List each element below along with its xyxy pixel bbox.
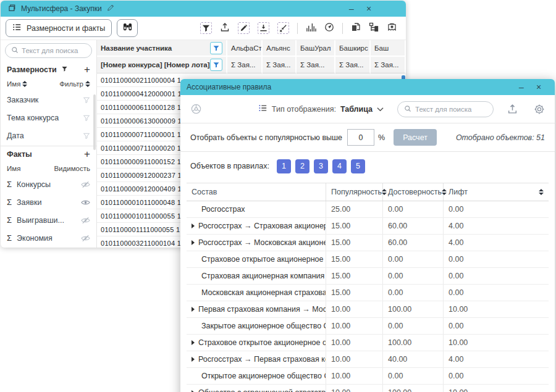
rule-composition-cell[interactable]: Росгосстрах → Страховая акционерная ко..… <box>187 218 326 234</box>
display-type-select[interactable]: Тип отображения: Таблица <box>258 104 384 114</box>
main-titlebar[interactable]: Мультисфера - Закупки – × <box>1 1 406 17</box>
column-header-cell[interactable]: АльфаСтр <box>227 40 263 57</box>
sort-lift-control[interactable] <box>539 189 544 195</box>
upload-icon[interactable] <box>507 104 518 114</box>
rule-row[interactable]: Закрытое акционерное общество Страхов...… <box>187 318 549 335</box>
rule-composition-cell[interactable]: Первая страховая компания → Московска... <box>187 301 326 317</box>
dialog-minimize-button[interactable]: – <box>515 81 528 93</box>
column-subheader-cell[interactable]: Σ Зая... <box>227 57 263 73</box>
expand-triangle-icon[interactable] <box>192 357 195 362</box>
rule-composition-cell[interactable]: Страховое открытое акционерное общест... <box>187 251 326 267</box>
rule-composition-cell[interactable]: Страховая акционерная компания ЭНЕРГ... <box>187 268 326 284</box>
rule-composition-cell[interactable]: Росгосстрах → Первая страховая компания <box>187 351 326 367</box>
dimensions-facts-button[interactable]: Размерности и факты <box>6 19 112 37</box>
objects-count-button-3[interactable]: 3 <box>314 159 328 173</box>
rule-row[interactable]: Московская акционерная страховая комп...… <box>187 285 549 301</box>
visibility-eye-off-icon[interactable] <box>81 217 90 224</box>
column-header-cell[interactable]: БашУрал <box>297 40 335 57</box>
column-header-cell[interactable]: Башкирс <box>335 40 371 57</box>
wheel-icon[interactable] <box>190 103 202 115</box>
rule-row[interactable]: Страховое открытое акционерное общест...… <box>187 251 549 268</box>
sidebar-search-input[interactable] <box>22 47 86 54</box>
minimize-button[interactable]: – <box>345 2 358 15</box>
rule-row[interactable]: Росгосстрах → Московская акционерная с..… <box>187 235 549 251</box>
close-button[interactable]: × <box>363 2 375 15</box>
gear-icon[interactable] <box>534 104 545 115</box>
rule-row[interactable]: Росгосстрах → Страховая акционерная ко..… <box>187 218 549 235</box>
dimension-item[interactable]: Тема конкурса <box>1 109 96 127</box>
edit-selection-icon[interactable] <box>238 22 250 34</box>
rule-row[interactable]: Открытое акционерное общество Страхов...… <box>187 368 549 385</box>
rule-composition-cell[interactable]: Страховое открытое акционерное общест... <box>187 335 326 351</box>
column-subheader-cell[interactable]: Σ Зая... <box>263 57 297 73</box>
item-filter-icon[interactable] <box>83 96 90 104</box>
rule-row[interactable]: Росгосстрах → Первая страховая компания1… <box>187 351 549 368</box>
column-header-cell[interactable]: Баш <box>371 40 406 57</box>
rule-row[interactable]: Страховое открытое акционерное общест...… <box>187 335 549 351</box>
dialog-titlebar[interactable]: Ассоциативные правила – × <box>180 79 555 95</box>
load-selection-icon[interactable] <box>258 22 269 34</box>
participant-header-cell[interactable]: Название участника <box>97 40 227 57</box>
header-popularity[interactable]: Популярность <box>326 183 383 201</box>
dialog-close-button[interactable]: × <box>533 81 545 93</box>
expand-triangle-icon[interactable] <box>192 240 195 245</box>
rule-row[interactable]: Страховая акционерная компания ЭНЕРГ...1… <box>187 268 549 285</box>
sidebar-search[interactable] <box>5 43 92 58</box>
dimension-item[interactable]: Заказчик <box>1 91 96 109</box>
binoculars-button[interactable] <box>117 19 138 37</box>
rule-row[interactable]: Первая страховая компания → Московска...… <box>187 301 549 318</box>
item-filter-icon[interactable] <box>83 114 90 122</box>
gauge-icon[interactable] <box>324 22 334 35</box>
fact-item[interactable]: ΣЭкономия <box>1 229 96 247</box>
rule-composition-cell[interactable]: Росгосстрах → Московская акционерная с..… <box>187 235 326 251</box>
filter-icon[interactable] <box>200 22 212 34</box>
contest-filter-button[interactable] <box>210 59 222 71</box>
sort-name-control[interactable] <box>22 81 27 87</box>
rule-composition-cell[interactable]: Закрытое акционерное общество Страхов... <box>187 318 326 334</box>
sidebar-scrollbar[interactable] <box>93 94 96 150</box>
sort-filter-control[interactable] <box>85 81 90 87</box>
column-subheader-cell[interactable]: Σ Зая... <box>371 57 406 73</box>
fact-item[interactable]: ΣКонкурсы <box>1 175 96 193</box>
dimensions-filter-icon[interactable] <box>61 65 68 74</box>
header-lift[interactable]: Лифт <box>444 183 549 201</box>
export-icon[interactable] <box>220 22 230 35</box>
item-filter-icon[interactable] <box>83 132 90 140</box>
dialog-search-input[interactable] <box>415 106 487 113</box>
fact-item[interactable]: ΣВыигравши... <box>1 211 96 229</box>
column-header-cell[interactable]: Альянс <box>263 40 297 57</box>
copy-icon[interactable] <box>351 22 361 35</box>
header-composition[interactable]: Состав <box>187 183 326 201</box>
expand-triangle-icon[interactable] <box>192 307 195 312</box>
add-dimension-button[interactable]: + <box>84 64 90 76</box>
column-subheader-cell[interactable]: Σ Зая... <box>297 57 335 73</box>
visibility-eye-off-icon[interactable] <box>81 235 90 242</box>
visibility-eye-off-icon[interactable] <box>81 181 90 188</box>
rule-composition-cell[interactable]: Московская акционерная страховая комп... <box>187 285 326 301</box>
objects-count-button-1[interactable]: 1 <box>277 159 291 173</box>
popularity-threshold-input[interactable] <box>347 129 374 146</box>
header-confidence[interactable]: Достоверность <box>383 183 444 201</box>
rule-composition-cell[interactable]: Росгосстрах <box>187 201 326 217</box>
view-settings-icon[interactable] <box>387 22 397 34</box>
rule-composition-cell[interactable]: Общество с ограниченной ответственной... <box>187 385 326 392</box>
objects-count-button-5[interactable]: 5 <box>351 159 365 173</box>
histogram-icon[interactable] <box>306 22 316 34</box>
contest-number-header-cell[interactable]: [Номер конкурса] [Номер лота] <box>97 57 227 73</box>
objects-count-button-2[interactable]: 2 <box>295 159 310 173</box>
dimension-item[interactable]: Дата <box>1 127 96 144</box>
calculate-button[interactable]: Расчет <box>394 129 437 146</box>
add-fact-button[interactable]: + <box>84 148 90 161</box>
edit-title-icon[interactable] <box>107 4 115 14</box>
expand-triangle-icon[interactable] <box>192 223 195 228</box>
fact-item[interactable]: ΣЗаявки <box>1 193 96 211</box>
expand-triangle-icon[interactable] <box>192 340 195 345</box>
column-subheader-cell[interactable]: Σ Зая... <box>335 57 371 73</box>
visibility-eye-icon[interactable] <box>81 199 90 206</box>
dialog-search[interactable] <box>397 101 494 117</box>
objects-count-button-4[interactable]: 4 <box>332 159 347 173</box>
rule-row[interactable]: Общество с ограниченной ответственной...… <box>187 385 549 392</box>
participant-filter-button[interactable] <box>210 42 222 54</box>
rule-row[interactable]: Росгосстрах25.000.000.00 <box>187 201 549 218</box>
structure-icon[interactable] <box>369 22 379 35</box>
